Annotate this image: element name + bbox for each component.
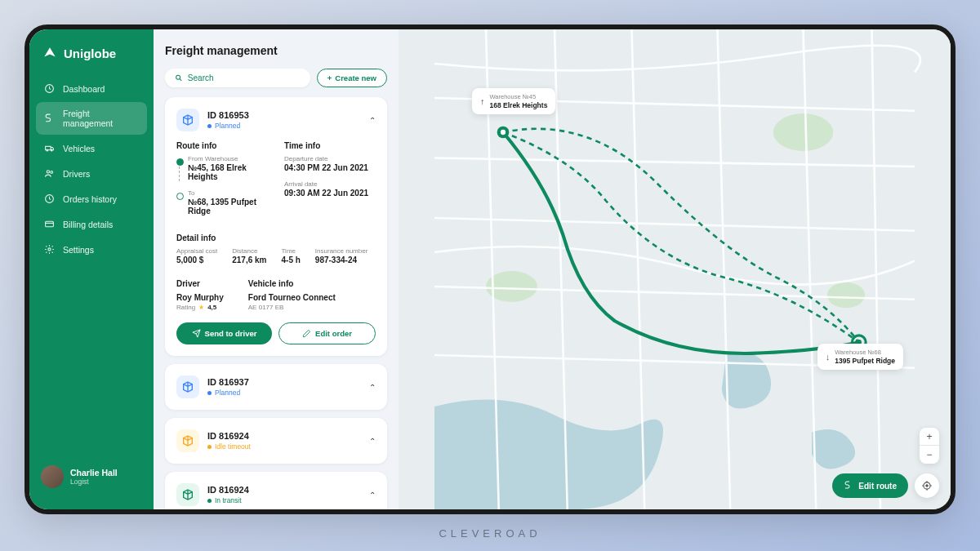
vehicle-label: Vehicle info [248, 279, 336, 288]
sidebar-item-label: Drivers [63, 169, 90, 179]
freight-card[interactable]: ID 816924Idle timeout ⌃ [165, 418, 387, 464]
departure-label: Departure date [284, 155, 376, 162]
gear-icon [44, 244, 55, 255]
zoom-out-button[interactable]: − [920, 446, 939, 464]
svg-point-5 [51, 171, 53, 174]
insurance-label: Insurance number [315, 247, 368, 255]
status-badge: Idle timeout [207, 442, 361, 451]
send-icon [192, 329, 201, 338]
distance-value: 217,6 km [232, 256, 266, 264]
arrival-label: Arrival date [284, 180, 376, 188]
sidebar: Uniglobe Dashboard Freight management Ve… [29, 29, 154, 509]
freight-id: ID 816924 [207, 485, 361, 495]
search-input[interactable] [165, 69, 310, 87]
collapse-icon[interactable]: ⌃ [369, 116, 376, 125]
logo: Uniglobe [29, 42, 154, 77]
expand-icon[interactable]: ⌃ [369, 437, 376, 446]
expand-icon[interactable]: ⌃ [369, 383, 376, 392]
zoom-in-button[interactable]: + [920, 428, 939, 446]
vehicle-name: Ford Tourneo Connect [248, 293, 336, 302]
package-icon [176, 429, 199, 452]
package-icon [176, 483, 199, 506]
app-window: Uniglobe Dashboard Freight management Ve… [24, 24, 956, 514]
route-icon [844, 481, 853, 491]
freight-id: ID 816953 [207, 110, 361, 120]
create-new-button[interactable]: +Create new [317, 69, 387, 87]
distance-label: Distance [232, 247, 266, 255]
send-to-driver-button[interactable]: Send to driver [176, 322, 272, 344]
card-icon [44, 219, 55, 229]
driver-label: Driver [176, 279, 224, 288]
insurance-value: 987-334-24 [315, 256, 368, 264]
svg-point-8 [48, 248, 51, 251]
svg-point-15 [501, 130, 506, 135]
page-title: Freight management [165, 44, 387, 57]
svg-rect-7 [46, 221, 54, 227]
sidebar-item-billing[interactable]: Billing details [36, 212, 147, 236]
arrival-value: 09:30 AM 22 Jun 2021 [284, 189, 376, 198]
sidebar-item-dashboard[interactable]: Dashboard [36, 77, 147, 100]
sidebar-item-label: Billing details [63, 220, 113, 229]
nav: Dashboard Freight management Vehicles Dr… [29, 77, 154, 261]
departure-value: 04:30 PM 22 Jun 2021 [284, 163, 376, 172]
map-view[interactable]: ↑ Warehouse №45168 Elrek Heights ↓ Wareh… [399, 29, 951, 509]
warehouse-tooltip-origin: ↑ Warehouse №45168 Elrek Heights [472, 88, 555, 114]
edit-order-button[interactable]: Edit order [278, 322, 376, 344]
package-icon [176, 109, 199, 131]
sidebar-item-label: Freight management [63, 109, 139, 128]
star-icon: ★ [198, 304, 204, 311]
sidebar-item-label: Orders history [63, 194, 117, 204]
package-icon [176, 375, 199, 398]
edit-icon [302, 329, 311, 338]
sidebar-item-label: Settings [63, 245, 94, 255]
svg-point-4 [47, 171, 49, 173]
avatar [41, 465, 64, 488]
truck-icon [44, 143, 55, 153]
driver-name: Roy Murphy [176, 293, 224, 302]
from-value: №45, 168 Elrek Heights [188, 163, 268, 181]
sidebar-item-freight[interactable]: Freight management [36, 102, 147, 135]
sidebar-item-orders[interactable]: Orders history [36, 187, 147, 211]
status-badge: Planned [207, 389, 361, 397]
freight-id: ID 816937 [207, 377, 361, 387]
arrow-up-icon: ↑ [480, 96, 485, 106]
arrow-down-icon: ↓ [826, 352, 831, 362]
route-info-label: Route info [176, 141, 268, 150]
users-icon [44, 168, 55, 179]
freight-id: ID 816924 [207, 431, 361, 441]
time-info-label: Time info [284, 141, 376, 150]
appraisal-label: Appraisal cost [176, 247, 217, 255]
sidebar-item-settings[interactable]: Settings [36, 238, 147, 261]
driver-rating: Rating★4,5 [176, 304, 224, 311]
edit-route-button[interactable]: Edit route [832, 473, 908, 498]
freight-card[interactable]: ID 816937Planned ⌃ [165, 364, 387, 410]
svg-point-13 [827, 282, 865, 309]
expand-icon[interactable]: ⌃ [369, 491, 376, 500]
appraisal-value: 5,000 $ [176, 256, 217, 264]
user-profile[interactable]: Charlie Hall Logist [29, 457, 154, 496]
footer-brand: CLEVEROAD [439, 514, 541, 543]
time-value: 4-5 h [282, 256, 301, 264]
history-icon [44, 193, 55, 204]
sidebar-item-vehicles[interactable]: Vehicles [36, 136, 147, 160]
crosshair-icon [921, 480, 933, 491]
from-label: From Warehouse [188, 155, 268, 162]
create-label: Create new [335, 73, 376, 82]
svg-rect-1 [46, 146, 51, 149]
time-label: Time [282, 247, 301, 255]
warehouse-tooltip-dest: ↓ Warehouse №681395 Pufpet Ridge [817, 344, 903, 370]
to-label: To [188, 189, 268, 197]
sidebar-item-label: Dashboard [63, 84, 105, 94]
sidebar-item-drivers[interactable]: Drivers [36, 162, 147, 185]
plus-icon: + [327, 73, 332, 82]
svg-point-19 [926, 485, 928, 487]
search-field[interactable] [188, 73, 301, 82]
freight-card[interactable]: ID 816924In transit ⌃ [165, 472, 387, 509]
svg-point-9 [176, 75, 180, 79]
brand-name: Uniglobe [64, 47, 116, 60]
locate-button[interactable] [915, 473, 939, 498]
freight-card-expanded: ID 816953 Planned ⌃ Route info From Ware… [165, 97, 387, 356]
user-role: Logist [70, 478, 118, 486]
zoom-control: + − [920, 428, 939, 464]
route-icon [44, 113, 55, 124]
